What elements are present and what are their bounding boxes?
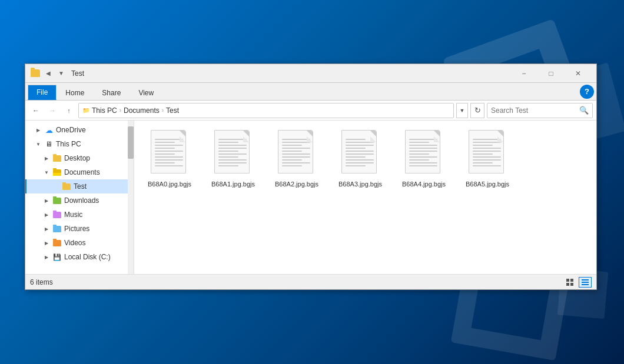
file-line <box>155 148 175 149</box>
grid-view-button[interactable] <box>563 277 576 288</box>
minimize-button[interactable]: − <box>510 64 537 83</box>
address-path[interactable]: 📁 This PC › Documents › Test <box>78 103 454 118</box>
sidebar-item-this-pc[interactable]: ▼ 🖥 This PC <box>25 137 134 151</box>
file-page <box>214 130 250 173</box>
refresh-button[interactable]: ↻ <box>470 103 484 118</box>
sidebar-item-local-disk[interactable]: ▶ 💾 Local Disk (C:) <box>25 250 134 264</box>
folder-icon-tb <box>30 68 41 79</box>
file-item[interactable]: B68A0.jpg.bgjs <box>141 128 198 191</box>
window-controls: − □ ✕ <box>510 64 592 83</box>
file-line <box>409 142 429 143</box>
hdd-icon: 💾 <box>52 252 62 262</box>
up-button[interactable]: ↑ <box>62 103 76 118</box>
sidebar-scrollbar-thumb[interactable] <box>128 126 134 159</box>
file-item[interactable]: B68A2.jpg.bgjs <box>268 128 325 191</box>
sidebar: ▶ ☁ OneDrive ▼ 🖥 This PC ▶ Desktop ▼ <box>25 121 134 274</box>
sidebar-label-music: Music <box>64 211 82 219</box>
file-item[interactable]: B68A1.jpg.bgjs <box>205 128 261 191</box>
sidebar-item-onedrive[interactable]: ▶ ☁ OneDrive <box>25 123 134 137</box>
title-bar: ◀ ▼ Test − □ ✕ <box>25 64 596 83</box>
file-lines <box>282 139 310 166</box>
file-icon <box>278 130 316 177</box>
file-line <box>473 151 501 152</box>
status-bar: 6 items <box>25 274 596 289</box>
file-icon <box>469 130 506 177</box>
test-folder-icon <box>62 182 71 191</box>
file-item[interactable]: B68A5.jpg.bgjs <box>459 128 516 191</box>
list-view-button[interactable] <box>579 277 592 288</box>
tab-file[interactable]: File <box>28 85 57 100</box>
file-line <box>282 162 310 163</box>
sidebar-label-pictures: Pictures <box>64 225 89 233</box>
file-line <box>218 162 247 163</box>
file-line <box>282 148 310 149</box>
path-sep-1: › <box>120 107 121 113</box>
file-line <box>282 159 302 161</box>
file-line <box>282 139 310 140</box>
file-line <box>346 145 374 146</box>
onedrive-icon: ☁ <box>44 125 54 135</box>
sidebar-scrollbar-track[interactable] <box>128 121 134 274</box>
close-button[interactable]: ✕ <box>565 64 592 83</box>
svg-rect-0 <box>566 279 569 282</box>
file-name: B68A1.jpg.bgjs <box>211 181 255 188</box>
videos-folder-icon <box>52 238 62 248</box>
sidebar-item-videos[interactable]: ▶ Videos <box>25 236 134 250</box>
path-documents[interactable]: Documents <box>124 106 160 115</box>
expand-icon: ▶ <box>43 156 50 161</box>
downloads-folder-icon <box>52 196 62 205</box>
down-arrow-icon: ▼ <box>56 68 67 79</box>
file-line <box>218 156 238 158</box>
file-line <box>155 153 175 155</box>
svg-rect-2 <box>566 283 569 286</box>
sidebar-item-desktop[interactable]: ▶ Desktop <box>25 151 134 165</box>
svg-rect-1 <box>570 279 573 282</box>
back-arrow-icon: ◀ <box>43 68 54 79</box>
address-dropdown[interactable]: ▼ <box>456 103 468 118</box>
main-area: ▶ ☁ OneDrive ▼ 🖥 This PC ▶ Desktop ▼ <box>25 121 596 274</box>
window-title: Test <box>71 69 510 78</box>
path-test[interactable]: Test <box>166 106 179 115</box>
file-line <box>473 148 501 149</box>
svg-rect-4 <box>582 279 589 280</box>
sidebar-label-local-disk: Local Disk (C:) <box>64 253 111 261</box>
search-box[interactable]: 🔍 <box>487 103 593 118</box>
search-icon[interactable]: 🔍 <box>579 106 589 115</box>
path-sep-2: › <box>162 107 164 113</box>
expand-icon: ▶ <box>43 226 50 232</box>
documents-folder-icon <box>52 168 62 177</box>
tab-home[interactable]: Home <box>57 85 93 100</box>
sidebar-item-test[interactable]: Test <box>25 179 134 193</box>
sidebar-label-test: Test <box>74 182 87 191</box>
sidebar-item-downloads[interactable]: ▶ Downloads <box>25 193 134 208</box>
path-this-pc[interactable]: This PC <box>92 106 117 115</box>
sidebar-item-music[interactable]: ▶ Music <box>25 208 134 222</box>
file-item[interactable]: B68A3.jpg.bgjs <box>332 128 389 191</box>
file-icon <box>214 130 252 177</box>
address-bar: ← → ↑ 📁 This PC › Documents › Test ▼ ↻ 🔍 <box>25 101 596 121</box>
file-line <box>346 139 366 140</box>
file-page <box>278 130 313 173</box>
sidebar-item-documents[interactable]: ▼ Documents <box>25 165 134 179</box>
tab-view[interactable]: View <box>130 85 162 100</box>
file-page <box>405 130 440 173</box>
maximize-button[interactable]: □ <box>537 64 565 83</box>
help-button[interactable]: ? <box>580 85 594 99</box>
tab-share[interactable]: Share <box>93 85 130 100</box>
file-lines <box>346 139 374 166</box>
sidebar-label-videos: Videos <box>64 239 85 247</box>
file-line <box>218 148 247 149</box>
file-icon <box>151 130 188 177</box>
expand-icon: ▼ <box>43 170 50 175</box>
back-button[interactable]: ← <box>29 103 43 118</box>
svg-rect-5 <box>582 282 589 283</box>
pictures-folder-icon <box>52 224 62 233</box>
file-item[interactable]: B68A4.jpg.bgjs <box>396 128 452 191</box>
content-area: B68A0.jpg.bgjs <box>134 121 596 274</box>
search-input[interactable] <box>491 106 577 115</box>
forward-button[interactable]: → <box>45 103 59 118</box>
file-line <box>409 145 437 146</box>
file-line <box>409 156 437 158</box>
file-line <box>346 162 374 163</box>
sidebar-item-pictures[interactable]: ▶ Pictures <box>25 222 134 236</box>
